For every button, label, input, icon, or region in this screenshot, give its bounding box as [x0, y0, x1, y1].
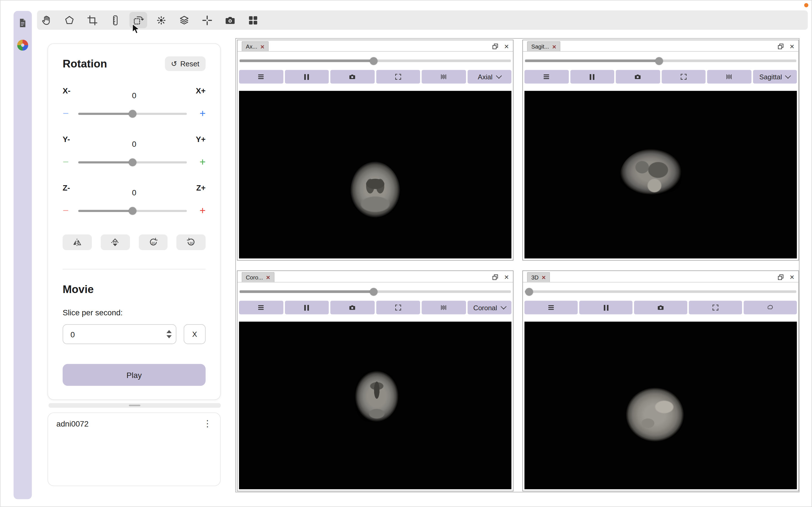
rotate-ccw-90-button[interactable]: 90 — [138, 234, 168, 250]
slider-thumb[interactable] — [129, 158, 136, 166]
sagittal-view-dropdown[interactable]: Sagittal — [753, 70, 797, 83]
dataset-panel: adni0072 ⋮ — [47, 412, 221, 486]
close-window-button[interactable]: × — [790, 42, 794, 50]
crosshair-icon — [201, 14, 213, 26]
volume-layers-tool-button[interactable] — [175, 12, 193, 28]
ruler-button[interactable] — [422, 70, 465, 83]
pause-button[interactable] — [579, 301, 633, 314]
crosshair-tool-button[interactable] — [198, 12, 216, 28]
x-rotation-slider[interactable] — [78, 113, 187, 115]
float-window-button[interactable] — [492, 43, 499, 49]
reset-icon: ↺ — [171, 60, 177, 68]
fullscreen-button[interactable] — [661, 70, 705, 83]
rotate-cw-90-button[interactable]: 90 — [177, 234, 206, 250]
coronal-tab[interactable]: Coro... × — [242, 272, 274, 282]
ruler-button[interactable] — [707, 70, 751, 83]
slider-thumb[interactable] — [370, 288, 378, 295]
snapshot-button[interactable] — [634, 301, 687, 314]
pause-button[interactable] — [285, 70, 329, 83]
brain-mesh-icon — [766, 304, 774, 311]
slider-fill — [240, 290, 374, 293]
rotation-panel: Rotation ↺ Reset X- 0 X+ − + — [47, 44, 221, 400]
threed-canvas[interactable] — [524, 322, 797, 489]
layout-grid-tool-button[interactable] — [244, 12, 262, 28]
fps-stepper[interactable] — [167, 330, 172, 338]
z-decrement-button[interactable]: − — [63, 205, 75, 217]
slider-thumb[interactable] — [370, 57, 378, 65]
ruler-tool-button[interactable] — [106, 12, 124, 28]
stepper-up-icon[interactable] — [167, 330, 172, 333]
coronal-view-dropdown[interactable]: Coronal — [467, 301, 511, 314]
slider-thumb[interactable] — [655, 57, 663, 65]
play-button[interactable]: Play — [63, 364, 206, 386]
multiplier-x-button[interactable]: X — [184, 324, 206, 344]
restore-icon — [492, 274, 499, 280]
x-increment-button[interactable]: + — [190, 108, 205, 120]
sagittal-slice-slider[interactable] — [525, 60, 797, 62]
viewport-grid: Ax... × × — [235, 38, 799, 492]
y-decrement-button[interactable]: − — [63, 156, 75, 168]
close-window-button[interactable]: × — [504, 273, 509, 281]
sagittal-tab[interactable]: Sagit... × — [527, 41, 560, 51]
axial-toolbar: Axial — [238, 70, 513, 83]
kebab-menu-button[interactable]: ⋮ — [203, 419, 211, 428]
tab-close-icon[interactable]: × — [542, 274, 546, 281]
sagittal-canvas[interactable] — [524, 91, 797, 259]
z-increment-button[interactable]: + — [190, 205, 205, 217]
dropdown-label: Axial — [478, 73, 493, 81]
coronal-canvas[interactable] — [239, 322, 511, 489]
threed-slider[interactable] — [525, 290, 797, 293]
flip-vertical-button[interactable] — [101, 234, 130, 250]
axial-tab[interactable]: Ax... × — [242, 41, 268, 51]
stepper-down-icon[interactable] — [167, 335, 172, 338]
stack-button[interactable] — [524, 301, 578, 314]
float-window-button[interactable] — [492, 274, 499, 280]
stack-button[interactable] — [239, 301, 283, 314]
float-window-button[interactable] — [777, 43, 784, 49]
float-window-button[interactable] — [777, 274, 784, 280]
tab-close-icon[interactable]: × — [552, 43, 556, 50]
pause-button[interactable] — [285, 301, 329, 314]
fps-input[interactable] — [69, 329, 167, 339]
stack-button[interactable] — [524, 70, 568, 83]
slider-thumb[interactable] — [525, 288, 533, 295]
z-rotation-slider[interactable] — [78, 210, 187, 212]
brightness-tool-button[interactable] — [152, 12, 170, 28]
axial-view-dropdown[interactable]: Axial — [467, 70, 511, 83]
ruler-button[interactable] — [422, 301, 465, 314]
snapshot-button[interactable] — [616, 70, 660, 83]
axial-canvas[interactable] — [239, 91, 511, 259]
coronal-slice-slider[interactable] — [240, 290, 511, 293]
flip-vertical-icon — [110, 237, 121, 248]
close-window-button[interactable]: × — [504, 42, 509, 50]
y-increment-button[interactable]: + — [190, 156, 205, 168]
stack-button[interactable] — [239, 70, 283, 83]
y-rotation-slider[interactable] — [78, 161, 187, 163]
mesh-3d-button[interactable] — [744, 301, 797, 314]
fullscreen-button[interactable] — [376, 301, 420, 314]
pause-button[interactable] — [570, 70, 614, 83]
threed-tab[interactable]: 3D × — [527, 272, 550, 282]
fullscreen-icon — [394, 304, 402, 311]
screenshot-tool-button[interactable] — [221, 12, 239, 28]
tab-close-icon[interactable]: × — [260, 43, 264, 50]
snapshot-button[interactable] — [330, 301, 374, 314]
z-axis-group: Z- 0 Z+ − + — [63, 183, 206, 217]
file-panel-button[interactable] — [16, 16, 29, 30]
snapshot-button[interactable] — [330, 70, 374, 83]
slider-thumb[interactable] — [129, 207, 136, 215]
pan-tool-button[interactable] — [38, 12, 55, 28]
fullscreen-button[interactable] — [689, 301, 742, 314]
slider-thumb[interactable] — [129, 110, 136, 117]
close-window-button[interactable]: × — [790, 273, 794, 281]
axial-slice-slider[interactable] — [240, 60, 511, 62]
reset-button[interactable]: ↺ Reset — [165, 56, 206, 71]
x-decrement-button[interactable]: − — [63, 108, 75, 120]
panel-resizer[interactable] — [49, 403, 221, 408]
flip-horizontal-button[interactable] — [63, 234, 92, 250]
tab-close-icon[interactable]: × — [266, 274, 270, 281]
crop-tool-button[interactable] — [83, 12, 101, 28]
fullscreen-button[interactable] — [376, 70, 420, 83]
color-panel-button[interactable] — [16, 38, 29, 52]
lasso-tool-button[interactable] — [61, 12, 78, 28]
